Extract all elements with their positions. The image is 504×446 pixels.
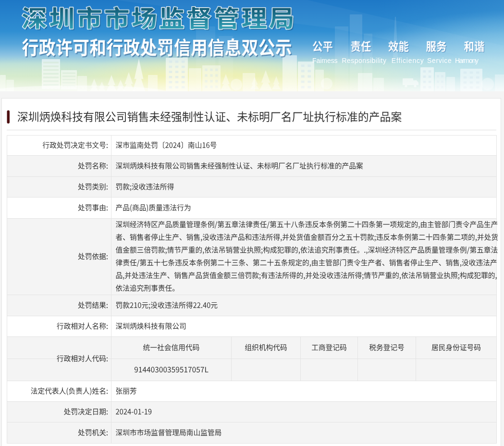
svg-text:Responsibility: Responsibility [342, 57, 386, 64]
svg-text:Faimess: Faimess [312, 57, 338, 64]
svg-text:Efficiency: Efficiency [392, 57, 424, 64]
svg-text:Service: Service [427, 57, 452, 64]
svg-text:Harmony: Harmony [455, 57, 479, 64]
